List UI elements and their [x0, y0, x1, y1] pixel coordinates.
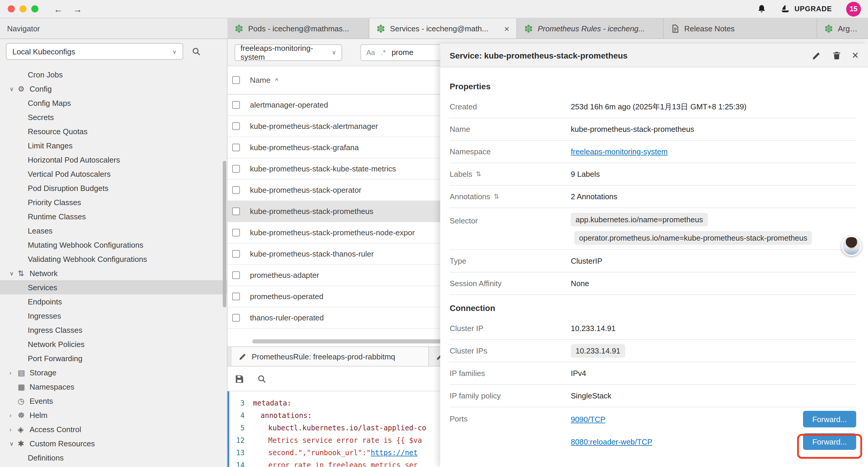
tab-label: Release Notes	[684, 24, 735, 33]
forward-button[interactable]: →	[73, 4, 82, 14]
annotations-label: Annotations	[450, 192, 490, 201]
service-name: kube-prometheus-stack-kube-state-metrics	[250, 164, 396, 173]
sidebar-item[interactable]: ∨ ⚙ Config	[0, 82, 227, 96]
expander-icon[interactable]: ∨	[9, 270, 18, 276]
dock-tab-label: PrometheusRule: freeleaps-prod-rabbitmq	[252, 352, 395, 361]
sidebar-item[interactable]: Config Maps	[0, 96, 227, 110]
row-checkbox[interactable]	[232, 186, 240, 194]
row-checkbox[interactable]	[232, 101, 240, 109]
expander-icon[interactable]: ›	[9, 426, 18, 432]
name-column-header[interactable]: Name	[250, 76, 270, 85]
port-link[interactable]: 9090/TCP	[571, 415, 606, 424]
sidebar-item-label: Config	[30, 84, 52, 93]
row-value: 10.233.14.91	[571, 324, 616, 333]
expander-icon[interactable]: ›	[9, 369, 18, 376]
editor-search-icon[interactable]	[257, 374, 267, 383]
regex-toggle[interactable]: .*	[381, 48, 385, 56]
service-name: kube-prometheus-stack-alertmanager	[250, 122, 378, 130]
tab-pods[interactable]: Pods - icecheng@mathmas...	[227, 18, 369, 38]
namespace-link[interactable]: freeleaps-monitoring-system	[571, 147, 668, 156]
sidebar-item[interactable]: Ingresses	[0, 309, 227, 323]
sidebar-item[interactable]: Horizontal Pod Autoscalers	[0, 152, 227, 167]
tab-release-notes[interactable]: Release Notes	[663, 18, 817, 38]
sidebar-item[interactable]: Definitions	[0, 450, 227, 465]
notification-count-badge[interactable]: 15	[846, 1, 861, 16]
sidebar-item[interactable]: › ☸ Helm	[0, 408, 227, 422]
expand-toggle-icon[interactable]: ⇅	[476, 170, 481, 178]
sort-ascending-icon[interactable]: ^	[275, 77, 278, 84]
sidebar-item-label: Mutating Webhook Configurations	[28, 240, 143, 249]
sidebar-item[interactable]: › ▤ Storage	[0, 365, 227, 380]
sidebar-item[interactable]: Limit Ranges	[0, 138, 227, 152]
port-line: 9090/TCP Forward...	[571, 411, 856, 428]
row-checkbox[interactable]	[232, 122, 240, 130]
sidebar-item[interactable]: Endpoints	[0, 294, 227, 309]
row-checkbox[interactable]	[232, 293, 240, 300]
expander-icon[interactable]: ∨	[9, 85, 18, 92]
expander-icon[interactable]: ∨	[9, 440, 18, 447]
row-checkbox[interactable]	[232, 229, 240, 236]
edit-pencil-icon[interactable]	[812, 51, 821, 60]
match-case-toggle[interactable]: Aa	[366, 48, 375, 56]
sidebar-item[interactable]: Priority Classes	[0, 195, 227, 209]
sidebar-item[interactable]: ▦ Namespaces	[0, 380, 227, 394]
sidebar-item[interactable]: Services	[0, 280, 227, 294]
sidebar-item[interactable]: Ingress Classes	[0, 323, 227, 337]
expander-icon[interactable]: ›	[9, 412, 18, 418]
sidebar-item[interactable]: ∨ ✱ Custom Resources	[0, 436, 227, 450]
sidebar-item[interactable]: › ◈ Access Control	[0, 422, 227, 436]
sidebar-item[interactable]: Network Policies	[0, 337, 227, 351]
back-button[interactable]: ←	[54, 4, 63, 14]
row-value: 9 Labels	[571, 170, 600, 178]
port-link[interactable]: 8080:reloader-web/TCP	[571, 437, 652, 446]
forward-button[interactable]: Forward...	[803, 411, 856, 428]
sidebar-search-icon[interactable]	[191, 47, 201, 56]
detail-row-ip-families: IP families IPv4	[450, 362, 856, 385]
close-panel-icon[interactable]: ×	[852, 50, 859, 61]
kubeconfig-selector[interactable]: Local Kubeconfigs ∨	[6, 43, 183, 60]
row-checkbox[interactable]	[232, 207, 240, 215]
sidebar-item[interactable]: ∨ ⇅ Network	[0, 266, 227, 280]
dock-tab-prometheusrule[interactable]: PrometheusRule: freeleaps-prod-rabbitmq	[231, 347, 429, 366]
row-checkbox[interactable]	[232, 165, 240, 173]
sidebar-scrollbar[interactable]	[223, 161, 226, 308]
select-all-checkbox[interactable]	[232, 76, 240, 84]
namespace-filter-dropdown[interactable]: freeleaps-monitoring-system ∨	[235, 44, 342, 61]
sidebar-item[interactable]: Cron Jobs	[0, 67, 227, 82]
sidebar-item[interactable]: Secrets	[0, 110, 227, 124]
line-number: 14	[229, 459, 253, 467]
save-icon[interactable]	[235, 374, 244, 383]
notifications-bell-icon[interactable]	[757, 4, 767, 13]
row-checkbox[interactable]	[232, 314, 240, 322]
detail-row-type: Type ClusterIP	[450, 250, 856, 272]
sidebar-item[interactable]: Resource Quotas	[0, 124, 227, 138]
code-url-link[interactable]: https://net	[371, 449, 418, 457]
close-tab-icon[interactable]: ×	[500, 23, 509, 33]
zoom-window-button[interactable]	[31, 5, 38, 12]
row-checkbox[interactable]	[232, 144, 240, 151]
tab-argo[interactable]: Argo S...	[817, 18, 868, 38]
sidebar-item[interactable]: Pod Disruption Budgets	[0, 181, 227, 195]
delete-trash-icon[interactable]	[832, 51, 841, 60]
sidebar-item[interactable]: Leases	[0, 224, 227, 238]
sidebar-item[interactable]: ◷ Events	[0, 394, 227, 408]
row-checkbox[interactable]	[232, 271, 240, 279]
tab-prometheus-rules[interactable]: Prometheus Rules - icecheng...	[517, 18, 663, 38]
sidebar-item[interactable]: Runtime Classes	[0, 209, 227, 224]
sidebar-item[interactable]: Mutating Webhook Configurations	[0, 238, 227, 252]
kubeconfig-row: Local Kubeconfigs ∨	[0, 39, 227, 64]
line-number: 13	[229, 447, 253, 459]
chevron-down-icon: ∨	[172, 48, 177, 55]
close-window-button[interactable]	[8, 5, 15, 12]
row-checkbox[interactable]	[232, 250, 240, 258]
user-avatar[interactable]	[841, 236, 862, 256]
upgrade-button[interactable]: UPGRADE	[781, 4, 832, 13]
category-icon: ✱	[18, 439, 30, 448]
tab-services[interactable]: Services - icecheng@math... ×	[369, 18, 517, 38]
expand-toggle-icon[interactable]: ⇅	[494, 193, 499, 200]
tab-label: Argo S...	[838, 24, 861, 33]
sidebar-item[interactable]: Port Forwarding	[0, 351, 227, 365]
sidebar-item[interactable]: Validating Webhook Configurations	[0, 252, 227, 266]
sidebar-item[interactable]: Vertical Pod Autoscalers	[0, 167, 227, 181]
minimize-window-button[interactable]	[20, 5, 27, 12]
